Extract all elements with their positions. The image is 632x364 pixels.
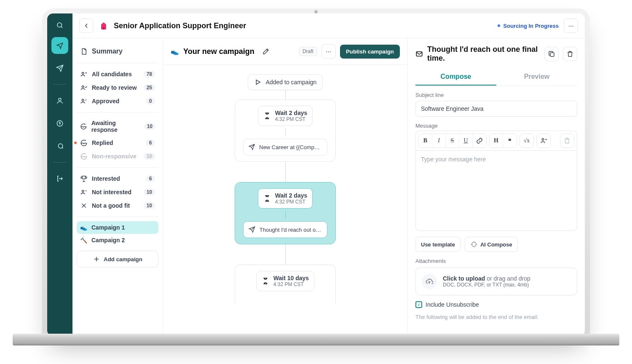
sidebar-approved[interactable]: Approved0: [77, 94, 158, 108]
nav-profile[interactable]: [51, 92, 68, 109]
svg-rect-8: [550, 53, 554, 56]
include-unsubscribe-checkbox[interactable]: ✓ Include Unsubscribe: [415, 301, 577, 308]
topbar-more-button[interactable]: ⋯: [564, 19, 578, 33]
subject-input[interactable]: [415, 101, 577, 117]
sidebar-awaiting-response[interactable]: Awaiting response10: [77, 117, 158, 136]
strike-button[interactable]: S: [446, 134, 459, 147]
hammer-icon: 🔨: [80, 237, 87, 244]
cloud-upload-icon: [422, 274, 437, 289]
campaign-stage-3[interactable]: Wait 10 days4:32 PM CST: [235, 265, 336, 304]
publish-campaign-button[interactable]: Publish campaign: [340, 45, 400, 59]
svg-point-0: [57, 23, 62, 27]
message-textarea[interactable]: Type your message here: [415, 151, 577, 231]
sidebar-all-candidates[interactable]: All candidates78: [77, 67, 158, 81]
wait-node: Wait 2 days4:32 PM CST: [258, 106, 313, 126]
job-icon: [99, 21, 109, 31]
svg-point-9: [542, 139, 544, 141]
nav-campaigns[interactable]: [51, 37, 68, 54]
tab-compose[interactable]: Compose: [415, 69, 496, 86]
use-template-button[interactable]: Use template: [415, 237, 461, 252]
campaign-stage-1[interactable]: Wait 2 days4:32 PM CST New Career at {{C…: [235, 99, 336, 162]
nav-billing[interactable]: [51, 115, 68, 132]
sidebar-ready-to-review[interactable]: Ready to review25: [77, 81, 158, 94]
nav-rail: [47, 13, 72, 336]
sidebar-not-interested[interactable]: Not interested10: [77, 185, 158, 199]
sidebar-not-a-good-fit[interactable]: Not a good fit10: [77, 199, 158, 212]
canvas-more-button[interactable]: ⋯: [321, 44, 336, 59]
bold-button[interactable]: B: [419, 134, 432, 147]
quote-button[interactable]: ❝: [503, 134, 517, 147]
add-campaign-button[interactable]: Add campaign: [77, 251, 158, 268]
message-label: Message: [415, 123, 577, 129]
editor-title: Thought I'd reach out one final time.: [427, 45, 540, 63]
svg-point-6: [82, 190, 84, 193]
nav-chat[interactable]: [51, 138, 68, 155]
sidebar-non-responsive[interactable]: Non-responsive10: [77, 150, 158, 163]
status-pill: Sourcing In Progress: [498, 23, 559, 29]
formula-button[interactable]: √x: [520, 134, 533, 147]
tab-preview[interactable]: Preview: [496, 69, 577, 86]
topbar: Senior Application Support Engineer Sour…: [72, 13, 585, 38]
back-button[interactable]: [79, 19, 94, 33]
message-node: Thought I'd reach out one fi...: [243, 221, 327, 238]
editor-tabs: Compose Preview: [415, 69, 577, 86]
insert-person-button[interactable]: [537, 134, 550, 147]
nav-send[interactable]: [51, 60, 68, 77]
message-node: New Career at {{Company N...: [243, 139, 327, 155]
attachments-label: Attachments: [415, 258, 577, 264]
wait-node: Wait 2 days4:32 PM CST: [258, 188, 313, 209]
running-shoe-icon: 👟: [80, 224, 87, 231]
page-title: Senior Application Support Engineer: [114, 21, 246, 30]
clear-button[interactable]: [560, 134, 574, 147]
svg-point-1: [59, 98, 61, 101]
rich-text-toolbar: B I S U H ❝ √x: [418, 134, 574, 148]
campaign-canvas-panel: 👟 Your new campaign Draft ⋯ Publish camp…: [163, 38, 408, 336]
copy-button[interactable]: [544, 47, 559, 61]
svg-point-5: [82, 99, 84, 102]
sidebar-interested[interactable]: Interested6: [77, 172, 158, 185]
message-editor-panel: Thought I'd reach out one final time. Co…: [408, 38, 585, 336]
wait-node: Wait 10 days4:32 PM CST: [256, 271, 314, 291]
left-sidebar: Summary All candidates78 Ready to review…: [72, 38, 163, 336]
unsubscribe-note: The following will be added to the end o…: [415, 314, 577, 320]
nav-logout[interactable]: [51, 170, 68, 187]
link-button[interactable]: [473, 134, 486, 147]
app-logo: [54, 19, 66, 31]
subject-label: Subject line: [415, 92, 577, 98]
svg-point-4: [82, 86, 84, 88]
checkbox-checked-icon: ✓: [415, 301, 422, 308]
svg-point-3: [82, 72, 84, 75]
draft-badge: Draft: [299, 47, 317, 56]
sidebar-summary[interactable]: Summary: [77, 46, 158, 57]
campaign-title: Your new campaign: [183, 47, 254, 56]
ai-compose-button[interactable]: AI Compose: [465, 237, 518, 252]
sidebar-campaign-2[interactable]: 🔨Campaign 2: [77, 234, 158, 246]
running-shoe-icon: 👟: [171, 48, 179, 56]
underline-button[interactable]: U: [459, 134, 473, 147]
edit-title-button[interactable]: [259, 44, 273, 59]
campaign-stage-2-selected[interactable]: Wait 2 days4:32 PM CST Thought I'd reach…: [235, 182, 336, 244]
campaign-start-node[interactable]: Added to campaign: [248, 74, 323, 90]
sidebar-campaign-1[interactable]: 👟Campaign 1: [77, 221, 158, 234]
envelope-icon: [415, 50, 423, 58]
sidebar-replied[interactable]: Replied6: [77, 136, 158, 150]
file-upload-dropzone[interactable]: Click to upload or drag and drop DOC, DO…: [415, 268, 577, 295]
heading-button[interactable]: H: [490, 134, 503, 147]
italic-button[interactable]: I: [432, 134, 446, 147]
delete-button[interactable]: [563, 47, 577, 61]
